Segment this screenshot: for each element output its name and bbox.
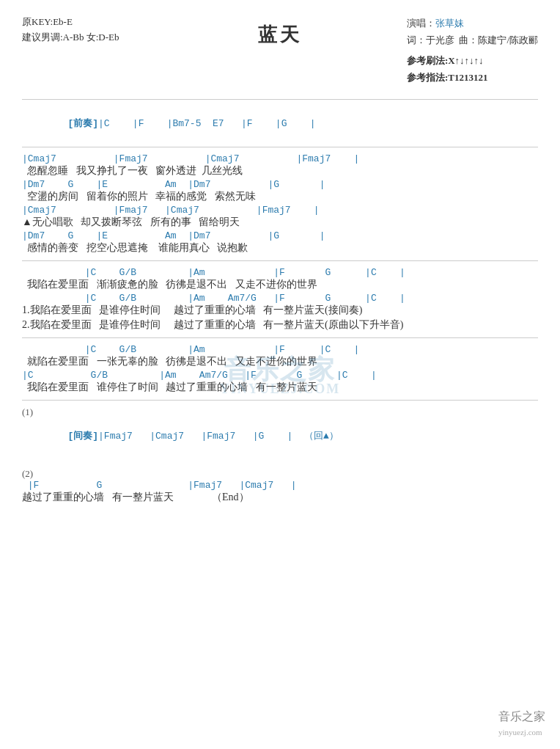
interlude-chords: |Fmaj7 |Cmaj7 |Fmaj7 |G | （回▲） [98,431,339,442]
divider-4 [22,337,538,338]
performer: 张草妹 [435,18,464,29]
v1c1: |Cmaj7 |Fmaj7 |Cmaj7 |Fmaj7 | [22,153,538,164]
strum-label: 参考刷法:X↑↓↑↓↑↓ [407,55,484,66]
key-suggest: 建议男调:A-Bb 女:D-Eb [22,30,119,45]
num1-label: (1) [22,406,538,418]
footer-logo: 音乐之家 yinyuezj.com [498,709,545,738]
strum-line: 参考刷法:X↑↓↑↓↑↓ [407,52,538,69]
finger-line: 参考指法:T1213121 [407,69,538,86]
v1c4: |Dm7 G |E Am |Dm7 |G | [22,230,538,241]
v1l4: 感情的善变 挖空心思遮掩 谁能用真心 说抱歉 [22,241,538,255]
ch2c2: |C G/B |Am Am7/G |F G |C | [22,370,538,381]
interlude-label: [间奏] [67,431,98,442]
footer-line2: yinyuezj.com [498,728,542,737]
divider-3 [22,260,538,261]
prelude-chords-text: |C |F |Bm7-5 E7 |F |G | [98,118,315,129]
key-original: 原KEY:Eb-E [22,15,119,30]
ch2l1: 就陷在爱里面 一张无辜的脸 彷彿是退不出 又走不进你的世界 [22,355,538,368]
verse1-block: |Cmaj7 |Fmaj7 |Cmaj7 |Fmaj7 | 忽醒忽睡 我又挣扎了… [22,153,538,255]
chorus1-block: |C G/B |Am |F G |C | 我陷在爱里面 渐渐疲惫的脸 彷彿是退不… [22,267,538,332]
composer-label: 曲：陈建宁/陈政郦 [459,34,538,45]
v1l2: 空盪的房间 留着你的照片 幸福的感觉 索然无味 [22,190,538,203]
ch2c1: |C G/B |Am |F |C | [22,344,538,355]
prelude-block: [前奏]|C |F |Bm7-5 E7 |F |G | [22,106,538,141]
performer-line: 演唱：张草妹 [407,15,538,32]
divider-2 [22,147,538,147]
outro-chords: |F G |Fmaj7 |Cmaj7 | [22,480,538,491]
v1c2: |Dm7 G |E Am |Dm7 |G | [22,179,538,190]
ch2l2: 我陷在爱里面 谁停住了时间 越过了重重的心墙 有一整片蓝天 [22,381,538,394]
ch1l2-1: 1.我陷在爱里面 是谁停住时间 越过了重重的心墙 有一整片蓝天(接间奏) [22,304,538,317]
ch1l2-2: 2.我陷在爱里面 是谁停住时间 越过了重重的心墙 有一整片蓝天(原曲以下升半音) [22,318,538,332]
num2-block: (2) |F G |Fmaj7 |Cmaj7 | 越过了重重的心墙 有一整片蓝天… [22,468,538,504]
lyricist-label: 词：于光彦 [407,34,454,45]
key-info: 原KEY:Eb-E 建议男调:A-Bb 女:D-Eb [22,15,119,45]
v1l3: ▲无心唱歌 却又拨断琴弦 所有的事 留给明天 [22,216,538,229]
prelude-label: [前奏] [67,118,98,129]
sheet-music-page: 原KEY:Eb-E 建议男调:A-Bb 女:D-Eb 蓝天 演唱：张草妹 词：于… [0,0,560,749]
interlude-line: [间奏]|Fmaj7 |Cmaj7 |Fmaj7 |G | （回▲） [22,418,538,453]
divider-top [22,99,538,100]
finger-label: 参考指法:T1213121 [407,72,488,83]
right-info: 演唱：张草妹 词：于光彦 曲：陈建宁/陈政郦 参考刷法:X↑↓↑↓↑↓ 参考指法… [407,15,538,87]
ch1l1: 我陷在爱里面 渐渐疲惫的脸 彷彿是退不出 又走不进你的世界 [22,278,538,291]
prelude-chords: [前奏]|C |F |Bm7-5 E7 |F |G | [22,106,538,141]
divider-5 [22,400,538,401]
v1l1: 忽醒忽睡 我又挣扎了一夜 窗外透进 几丝光线 [22,164,538,178]
ch1c2: |C G/B |Am Am7/G |F G |C | [22,293,538,304]
footer-line1: 音乐之家 [498,710,545,723]
chorus2-block: |C G/B |Am |F |C | 就陷在爱里面 一张无辜的脸 彷彿是退不出 … [22,344,538,394]
v1c3: |Cmaj7 |Fmaj7 |Cmaj7 |Fmaj7 | [22,205,538,216]
num2-label: (2) [22,468,538,480]
ch1c1: |C G/B |Am |F G |C | [22,267,538,278]
num1-block: (1) [间奏]|Fmaj7 |Cmaj7 |Fmaj7 |G | （回▲） [22,406,538,453]
outro-lyric: 越过了重重的心墙 有一整片蓝天 （End） [22,491,538,504]
performer-label: 演唱： [407,18,435,29]
lyricist-line: 词：于光彦 曲：陈建宁/陈政郦 [407,32,538,48]
